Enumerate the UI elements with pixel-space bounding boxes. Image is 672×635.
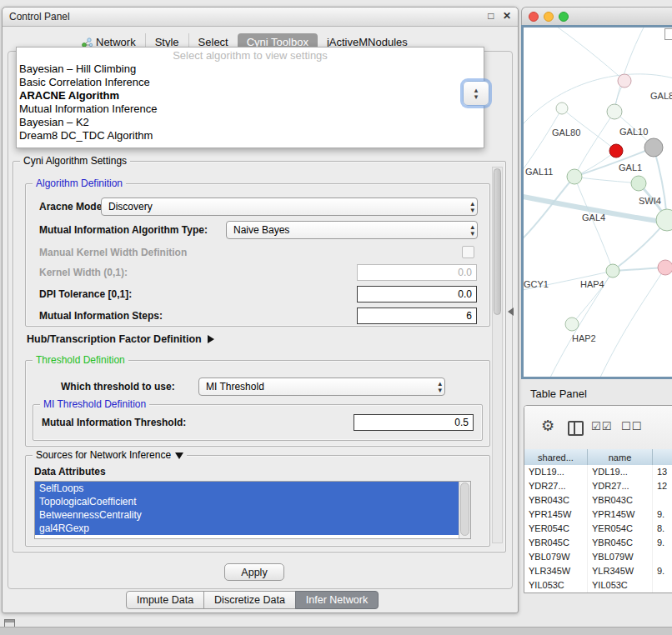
table-row[interactable]: YER054CYER054C8. bbox=[524, 522, 672, 536]
scrollbar-thumb[interactable] bbox=[460, 482, 469, 536]
graph-node[interactable] bbox=[565, 318, 579, 331]
minimize-traffic-light[interactable] bbox=[544, 12, 554, 22]
tab-infer-network[interactable]: Infer Network bbox=[295, 591, 379, 609]
table-row[interactable]: YIL053CYIL053C bbox=[524, 578, 672, 592]
algorithm-combo-button[interactable]: ▴ ▾ bbox=[463, 81, 489, 106]
kernel-width-field[interactable]: 0.0 bbox=[357, 264, 477, 281]
manual-kernel-checkbox[interactable] bbox=[462, 246, 474, 258]
scrollbar-thumb[interactable] bbox=[494, 168, 501, 315]
table-cell: 8. bbox=[653, 522, 672, 536]
graph-node[interactable] bbox=[644, 138, 663, 157]
dropdown-item-bayesian-k2[interactable]: Bayesian – K2 bbox=[17, 116, 484, 129]
table-cell: YIL053C bbox=[588, 578, 653, 592]
kernel-width-label: Kernel Width (0,1): bbox=[39, 267, 128, 278]
table-cell: YER054C bbox=[588, 522, 653, 536]
table-cell: YDL19... bbox=[588, 465, 653, 479]
table-panel-label: Table Panel bbox=[530, 388, 587, 400]
graph-edge bbox=[524, 177, 574, 242]
settings-group-title: Cyni Algorithm Settings bbox=[20, 155, 130, 167]
mi-steps-field[interactable]: 6 bbox=[357, 308, 477, 324]
column-header-shared[interactable]: shared... bbox=[524, 449, 588, 465]
threshold-definition-title: Threshold Definition bbox=[33, 354, 128, 366]
table-cell: 9. bbox=[653, 564, 672, 578]
table-cell: YPR145W bbox=[524, 508, 588, 522]
tab-discretize-data[interactable]: Discretize Data bbox=[203, 591, 296, 609]
mi-threshold-title: MI Threshold Definition bbox=[40, 398, 149, 410]
close-traffic-light[interactable] bbox=[529, 12, 539, 22]
graph-node[interactable] bbox=[556, 102, 568, 114]
graph-node-label: GAL11 bbox=[525, 167, 553, 177]
dropdown-item-bayesian-hill-climbing[interactable]: Bayesian – Hill Climbing bbox=[17, 62, 484, 76]
control-panel-titlebar[interactable]: Control Panel □ ✕ bbox=[3, 8, 518, 27]
aracne-mode-select[interactable]: Discovery ▴▾ bbox=[101, 198, 478, 216]
float-window-icon[interactable]: □ bbox=[488, 10, 494, 22]
which-threshold-select[interactable]: MI Threshold ▴▾ bbox=[198, 378, 445, 396]
sources-group-title[interactable]: Sources for Network Inference bbox=[33, 449, 187, 461]
table-row[interactable]: YBR043CYBR043C bbox=[524, 493, 672, 508]
gear-icon[interactable]: ⚙ bbox=[541, 417, 554, 435]
table-panel-window: ⚙ ☑☑ ☐☐ shared... name YDL19...YDL19...1… bbox=[524, 405, 672, 593]
tab-impute-data[interactable]: Impute Data bbox=[126, 591, 204, 609]
hub-definition-toggle[interactable]: Hub/Transcription Factor Definition bbox=[27, 333, 214, 345]
attributes-scrollbar[interactable] bbox=[459, 482, 470, 538]
column-header-clipped[interactable] bbox=[653, 449, 672, 465]
dropdown-item-mutual-information[interactable]: Mutual Information Inference bbox=[17, 102, 484, 116]
aracne-mode-label: Aracne Mode: bbox=[39, 201, 105, 212]
attribute-item-gal4rgexp[interactable]: gal4RGexp bbox=[35, 522, 461, 535]
dropdown-item-dream8[interactable]: Dream8 DC_TDC Algorithm bbox=[17, 129, 484, 142]
graph-node[interactable] bbox=[567, 169, 582, 184]
combo-arrows-icon: ▴▾ bbox=[438, 380, 442, 393]
data-attributes-label: Data Attributes bbox=[34, 466, 106, 478]
network-window-titlebar[interactable] bbox=[521, 7, 672, 25]
graph-node-label: GAL10 bbox=[619, 127, 648, 137]
graph-node[interactable] bbox=[631, 176, 646, 191]
deselect-all-checkboxes-icon[interactable]: ☐☐ bbox=[621, 420, 642, 432]
attribute-item-topologicalcoefficient[interactable]: TopologicalCoefficient bbox=[35, 495, 461, 508]
table-cell bbox=[653, 550, 672, 564]
splitter-collapse-arrow[interactable] bbox=[508, 308, 514, 316]
mi-threshold-field[interactable]: 0.5 bbox=[354, 414, 474, 431]
close-icon[interactable]: ✕ bbox=[503, 10, 511, 22]
threshold-definition-group: Threshold Definition Which threshold to … bbox=[25, 360, 490, 447]
mi-threshold-group: MI Threshold Definition Mutual Informati… bbox=[33, 404, 483, 441]
dpi-tolerance-field[interactable]: 0.0 bbox=[357, 286, 477, 302]
scrollbar-corner bbox=[664, 28, 672, 40]
graph-node-label: GAL4 bbox=[582, 212, 605, 222]
graph-node-label: GCY1 bbox=[524, 279, 549, 289]
column-header-name[interactable]: name bbox=[588, 449, 653, 465]
table-row[interactable]: YDR27...YDR27...12 bbox=[524, 479, 672, 493]
columns-icon[interactable] bbox=[568, 421, 584, 436]
graph-node[interactable] bbox=[618, 74, 631, 88]
graph-node[interactable] bbox=[607, 104, 622, 119]
table-row[interactable]: YDL19...YDL19...13 bbox=[524, 465, 672, 479]
settings-scrollbar[interactable] bbox=[492, 167, 503, 543]
attribute-item-betweennesscentrality[interactable]: BetweennessCentrality bbox=[35, 508, 461, 522]
table-row[interactable]: YPR145WYPR145W9. bbox=[524, 508, 672, 522]
mi-threshold-label: Mutual Information Threshold: bbox=[42, 417, 186, 428]
graph-node-label: GAL80 bbox=[552, 128, 580, 138]
apply-button[interactable]: Apply bbox=[224, 563, 284, 581]
algorithm-definition-group: Algorithm Definition Aracne Mode: Discov… bbox=[25, 183, 490, 327]
table-row[interactable]: YBR045CYBR045C9. bbox=[524, 536, 672, 550]
graph-node[interactable] bbox=[606, 264, 619, 278]
collapse-down-icon bbox=[175, 452, 183, 459]
dropdown-item-aracne[interactable]: ARACNE Algorithm bbox=[17, 89, 484, 102]
table-cell: YDL19... bbox=[524, 465, 588, 479]
table-row[interactable]: YLR345WYLR345W9. bbox=[524, 564, 672, 578]
network-graph[interactable]: GAL80GAL10GAL11GAL1SWI4GAL4GCY1HAP4HAP2G… bbox=[524, 28, 672, 379]
graph-node[interactable] bbox=[658, 260, 672, 275]
graph-edge bbox=[524, 74, 672, 129]
mi-type-label: Mutual Information Algorithm Type: bbox=[39, 224, 208, 236]
mi-algorithm-type-select[interactable]: Naive Bayes ▴▾ bbox=[226, 221, 478, 239]
graph-node[interactable] bbox=[656, 209, 672, 231]
data-attributes-list[interactable]: SelfLoops TopologicalCoefficient Between… bbox=[34, 481, 471, 539]
table-cell: YBR043C bbox=[524, 493, 588, 508]
table-row[interactable]: YBL079WYBL079W bbox=[524, 550, 672, 564]
attribute-item-selfloops[interactable]: SelfLoops bbox=[35, 482, 461, 495]
graph-node[interactable] bbox=[609, 144, 623, 158]
zoom-traffic-light[interactable] bbox=[559, 12, 569, 22]
graph-node-label: HAP4 bbox=[580, 279, 604, 289]
select-all-checkboxes-icon[interactable]: ☑☑ bbox=[591, 420, 612, 432]
dropdown-item-basic-correlation[interactable]: Basic Correlation Inference bbox=[17, 76, 484, 89]
table-cell: YLR345W bbox=[588, 564, 653, 578]
